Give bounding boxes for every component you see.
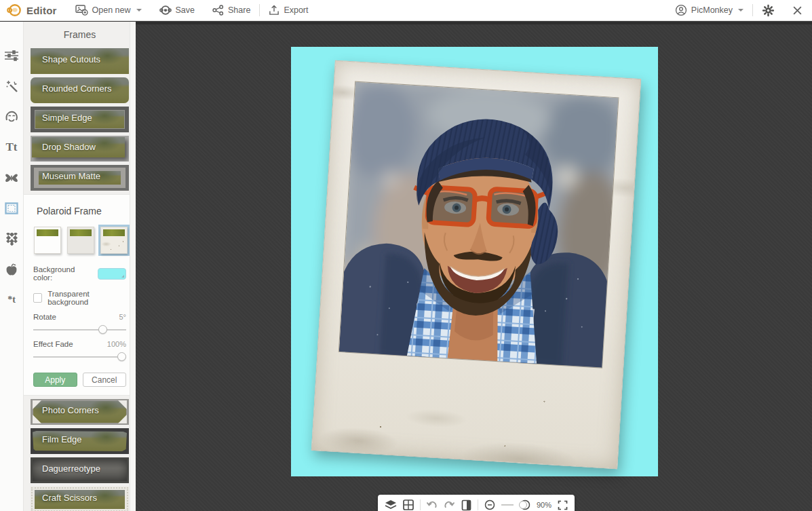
- polaroid-style-clean[interactable]: [32, 225, 63, 256]
- transparent-background-checkbox[interactable]: [33, 293, 42, 303]
- effect-fade-slider[interactable]: [33, 352, 126, 362]
- textures-tool[interactable]: [3, 231, 20, 247]
- cancel-button[interactable]: Cancel: [83, 373, 127, 387]
- frame-item-label: Photo Corners: [42, 405, 99, 415]
- workspace: [136, 22, 812, 511]
- basic-edits-tool[interactable]: [3, 48, 20, 64]
- apple-icon: [5, 263, 18, 276]
- gear-icon: [762, 4, 775, 17]
- frames-tool-active[interactable]: [3, 200, 20, 216]
- frame-item-film-edge[interactable]: Film Edge: [31, 428, 129, 454]
- polaroid-frame-section: Polaroid Frame Background color: Transpa…: [24, 194, 136, 396]
- panel-scrollbar[interactable]: [130, 22, 136, 511]
- rotate-label: Rotate: [33, 313, 56, 321]
- rotate-value: 5°: [119, 313, 126, 321]
- lattice-icon: [5, 233, 18, 246]
- rotate-row: Rotate 5°: [24, 313, 136, 321]
- frame-item-photo-corners[interactable]: Photo Corners: [31, 399, 129, 425]
- export-icon: [269, 5, 279, 16]
- layers-icon: [385, 499, 397, 510]
- editing-canvas[interactable]: [291, 47, 658, 476]
- effect-fade-label: Effect Fade: [33, 340, 73, 348]
- background-color-row: Background color:: [24, 265, 136, 282]
- top-toolbar: Editor Open new Save Share: [0, 0, 812, 21]
- open-new-button[interactable]: Open new: [66, 0, 151, 21]
- export-button[interactable]: Export: [260, 0, 317, 21]
- frame-item-rounded-corners[interactable]: Rounded Corners: [31, 77, 129, 103]
- frame-item-label: Rounded Corners: [42, 83, 112, 94]
- zoom-out-button[interactable]: [484, 499, 495, 510]
- touch-up-tool[interactable]: [3, 109, 20, 125]
- frame-item-museum-matte[interactable]: Museum Matte: [31, 165, 129, 191]
- save-label: Save: [176, 5, 195, 15]
- redo-icon: [444, 500, 455, 510]
- effect-fade-slider-handle[interactable]: [117, 352, 126, 361]
- panel-title: Frames: [24, 22, 136, 48]
- fullscreen-button[interactable]: [558, 500, 568, 510]
- frame-item-label: Simple Edge: [42, 113, 92, 123]
- frame-item-craft-scissors[interactable]: Craft Scissors: [31, 487, 129, 511]
- canvas-toolbar: 90%: [378, 495, 575, 511]
- user-icon: [675, 4, 687, 16]
- picmonkey-logo-icon: [7, 3, 22, 18]
- open-new-label: Open new: [92, 5, 131, 15]
- frame-item-shape-cutouts[interactable]: Shape Cutouts: [31, 48, 129, 74]
- graphics-tool[interactable]: [3, 170, 20, 186]
- undo-button[interactable]: [426, 500, 438, 510]
- save-button[interactable]: Save: [151, 0, 204, 21]
- zoom-slider-handle[interactable]: [519, 501, 527, 509]
- zoom-percent: 90%: [537, 501, 552, 509]
- polaroid-style-options: [24, 225, 136, 256]
- share-icon: [212, 5, 224, 16]
- frame-item-daguerreotype[interactable]: Daguerreotype: [31, 457, 129, 483]
- app-brand: Editor: [0, 3, 66, 18]
- effects-tool[interactable]: [3, 78, 20, 94]
- polaroid-section-title: Polaroid Frame: [24, 202, 136, 225]
- account-menu[interactable]: PicMonkey: [666, 0, 752, 21]
- close-icon: [792, 5, 803, 16]
- frame-item-label: Craft Scissors: [42, 493, 97, 503]
- tool-rail: Tt: [0, 22, 24, 511]
- frame-item-simple-edge[interactable]: Simple Edge: [31, 107, 129, 132]
- frame-item-label: Drop Shadow: [42, 142, 96, 152]
- seasonal-tool-glyph: *t: [7, 295, 16, 305]
- compare-original-button[interactable]: [461, 499, 471, 511]
- apply-button[interactable]: Apply: [33, 373, 77, 387]
- save-icon: [159, 4, 172, 16]
- collage-grid-button[interactable]: [403, 499, 414, 510]
- text-tool[interactable]: Tt: [3, 139, 20, 155]
- export-label: Export: [284, 5, 308, 15]
- adjust-sliders-icon: [5, 50, 18, 61]
- butterfly-icon: [5, 172, 18, 184]
- frames-panel: Frames Shape Cutouts Rounded Corners Sim…: [24, 22, 136, 511]
- grid-icon: [403, 499, 414, 510]
- chevron-down-icon: [136, 9, 142, 12]
- rotate-slider[interactable]: [33, 325, 126, 335]
- rotate-slider-handle[interactable]: [98, 325, 107, 334]
- open-new-icon: [75, 5, 88, 16]
- zoom-slider[interactable]: [501, 501, 514, 509]
- frame-icon: [5, 202, 18, 214]
- close-editor-button[interactable]: [784, 0, 812, 21]
- share-button[interactable]: Share: [204, 0, 259, 21]
- seasonal-tool[interactable]: *t: [3, 292, 20, 308]
- settings-button[interactable]: [753, 0, 784, 21]
- portrait-photo: [339, 81, 619, 368]
- zoom-out-icon: [484, 499, 495, 510]
- redo-button[interactable]: [444, 500, 455, 510]
- text-tool-glyph: Tt: [6, 140, 18, 154]
- transparent-background-label: Transparent background: [47, 290, 126, 306]
- polaroid-style-aged[interactable]: [65, 225, 96, 256]
- chevron-down-icon: [738, 9, 743, 12]
- frame-item-drop-shadow[interactable]: Drop Shadow: [31, 136, 129, 162]
- share-label: Share: [228, 5, 250, 15]
- layers-button[interactable]: [385, 499, 397, 510]
- polaroid-style-grunge-selected[interactable]: [98, 225, 130, 256]
- frame-item-label: Shape Cutouts: [42, 54, 100, 64]
- themes-tool[interactable]: [3, 261, 20, 278]
- app-title: Editor: [26, 5, 57, 16]
- background-color-label: Background color:: [33, 265, 93, 282]
- polaroid-frame-on-canvas[interactable]: [311, 60, 641, 470]
- undo-icon: [426, 500, 438, 510]
- background-color-swatch[interactable]: [98, 268, 126, 280]
